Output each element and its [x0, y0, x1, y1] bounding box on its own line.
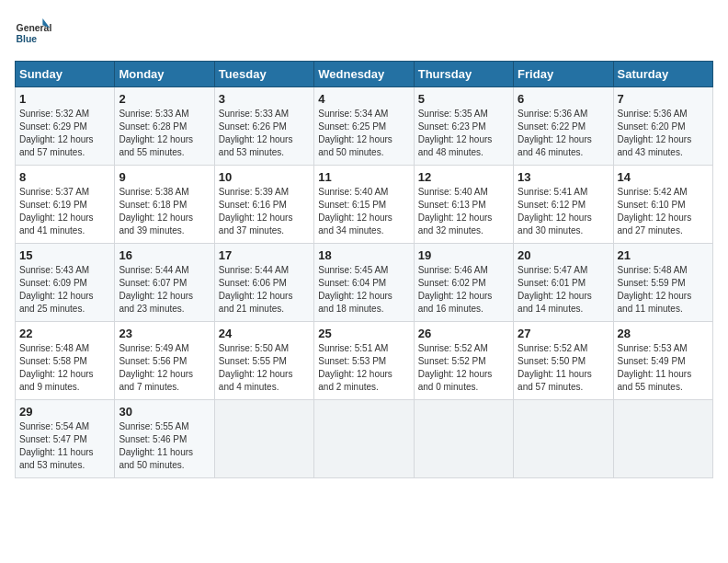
calendar-cell: 12Sunrise: 5:40 AM Sunset: 6:13 PM Dayli…: [414, 166, 513, 244]
calendar-cell: 10Sunrise: 5:39 AM Sunset: 6:16 PM Dayli…: [214, 166, 313, 244]
calendar-cell: 7Sunrise: 5:36 AM Sunset: 6:20 PM Daylig…: [613, 87, 712, 166]
header: General Blue: [15, 15, 713, 52]
calendar-cell: [414, 400, 513, 478]
day-number: 22: [19, 327, 110, 340]
day-number: 18: [318, 248, 409, 262]
day-number: 13: [518, 170, 609, 184]
header-cell-friday: Friday: [514, 62, 613, 87]
calendar-cell: [514, 400, 613, 478]
calendar-cell: 11Sunrise: 5:40 AM Sunset: 6:15 PM Dayli…: [314, 166, 414, 244]
day-number: 12: [418, 170, 509, 184]
day-info: Sunrise: 5:44 AM Sunset: 6:06 PM Dayligh…: [219, 264, 310, 316]
calendar-cell: 20Sunrise: 5:47 AM Sunset: 6:01 PM Dayli…: [514, 244, 613, 322]
day-info: Sunrise: 5:47 AM Sunset: 6:01 PM Dayligh…: [518, 264, 609, 316]
calendar-cell: 15Sunrise: 5:43 AM Sunset: 6:09 PM Dayli…: [16, 244, 115, 322]
day-info: Sunrise: 5:40 AM Sunset: 6:13 PM Dayligh…: [418, 186, 509, 237]
day-info: Sunrise: 5:44 AM Sunset: 6:07 PM Dayligh…: [119, 264, 210, 316]
calendar-body: 1Sunrise: 5:32 AM Sunset: 6:29 PM Daylig…: [16, 87, 713, 478]
calendar-week-2: 8Sunrise: 5:37 AM Sunset: 6:19 PM Daylig…: [16, 166, 713, 244]
calendar-cell: 25Sunrise: 5:51 AM Sunset: 5:53 PM Dayli…: [314, 322, 414, 400]
calendar-cell: 16Sunrise: 5:44 AM Sunset: 6:07 PM Dayli…: [115, 244, 214, 322]
day-number: 10: [219, 170, 310, 184]
day-number: 4: [318, 92, 409, 106]
day-info: Sunrise: 5:35 AM Sunset: 6:23 PM Dayligh…: [418, 108, 509, 159]
day-info: Sunrise: 5:34 AM Sunset: 6:25 PM Dayligh…: [318, 108, 409, 159]
day-number: 14: [618, 170, 709, 184]
calendar-cell: 3Sunrise: 5:33 AM Sunset: 6:26 PM Daylig…: [214, 87, 313, 166]
day-info: Sunrise: 5:53 AM Sunset: 5:49 PM Dayligh…: [618, 342, 709, 394]
day-info: Sunrise: 5:50 AM Sunset: 5:55 PM Dayligh…: [219, 342, 310, 394]
svg-text:Blue: Blue: [17, 34, 38, 44]
day-number: 19: [418, 248, 509, 262]
day-number: 27: [518, 327, 609, 340]
calendar-cell: 2Sunrise: 5:33 AM Sunset: 6:28 PM Daylig…: [115, 87, 214, 166]
header-cell-monday: Monday: [115, 62, 214, 87]
header-cell-saturday: Saturday: [613, 62, 712, 87]
day-info: Sunrise: 5:39 AM Sunset: 6:16 PM Dayligh…: [219, 186, 310, 237]
day-number: 11: [318, 170, 409, 184]
day-number: 28: [618, 327, 709, 340]
day-info: Sunrise: 5:40 AM Sunset: 6:15 PM Dayligh…: [318, 186, 409, 237]
day-number: 8: [19, 170, 110, 184]
calendar-cell: 17Sunrise: 5:44 AM Sunset: 6:06 PM Dayli…: [214, 244, 313, 322]
day-number: 9: [119, 170, 210, 184]
calendar-cell: [613, 400, 712, 478]
day-info: Sunrise: 5:52 AM Sunset: 5:50 PM Dayligh…: [518, 342, 609, 394]
calendar-cell: 29Sunrise: 5:54 AM Sunset: 5:47 PM Dayli…: [16, 400, 115, 478]
day-info: Sunrise: 5:52 AM Sunset: 5:52 PM Dayligh…: [418, 342, 509, 394]
day-number: 26: [418, 327, 509, 340]
calendar-week-4: 22Sunrise: 5:48 AM Sunset: 5:58 PM Dayli…: [16, 322, 713, 400]
calendar-cell: 1Sunrise: 5:32 AM Sunset: 6:29 PM Daylig…: [16, 87, 115, 166]
calendar-cell: 18Sunrise: 5:45 AM Sunset: 6:04 PM Dayli…: [314, 244, 414, 322]
day-info: Sunrise: 5:32 AM Sunset: 6:29 PM Dayligh…: [19, 108, 110, 159]
day-number: 21: [618, 248, 709, 262]
calendar-cell: 22Sunrise: 5:48 AM Sunset: 5:58 PM Dayli…: [16, 322, 115, 400]
day-number: 17: [219, 248, 310, 262]
calendar-cell: 30Sunrise: 5:55 AM Sunset: 5:46 PM Dayli…: [115, 400, 214, 478]
day-info: Sunrise: 5:33 AM Sunset: 6:28 PM Dayligh…: [119, 108, 210, 159]
day-info: Sunrise: 5:51 AM Sunset: 5:53 PM Dayligh…: [318, 342, 409, 394]
day-number: 7: [618, 92, 709, 106]
header-cell-wednesday: Wednesday: [314, 62, 414, 87]
calendar-cell: 23Sunrise: 5:49 AM Sunset: 5:56 PM Dayli…: [115, 322, 214, 400]
calendar-cell: 5Sunrise: 5:35 AM Sunset: 6:23 PM Daylig…: [414, 87, 513, 166]
day-number: 20: [518, 248, 609, 262]
header-cell-thursday: Thursday: [414, 62, 513, 87]
day-info: Sunrise: 5:49 AM Sunset: 5:56 PM Dayligh…: [119, 342, 210, 394]
calendar-cell: 6Sunrise: 5:36 AM Sunset: 6:22 PM Daylig…: [514, 87, 613, 166]
day-info: Sunrise: 5:36 AM Sunset: 6:22 PM Dayligh…: [518, 108, 609, 159]
day-info: Sunrise: 5:41 AM Sunset: 6:12 PM Dayligh…: [518, 186, 609, 237]
day-info: Sunrise: 5:46 AM Sunset: 6:02 PM Dayligh…: [418, 264, 509, 316]
day-info: Sunrise: 5:48 AM Sunset: 5:59 PM Dayligh…: [618, 264, 709, 316]
day-number: 25: [318, 327, 409, 340]
day-info: Sunrise: 5:48 AM Sunset: 5:58 PM Dayligh…: [19, 342, 110, 394]
day-number: 6: [518, 92, 609, 106]
day-number: 16: [119, 248, 210, 262]
day-number: 5: [418, 92, 509, 106]
day-number: 1: [19, 92, 110, 106]
header-cell-sunday: Sunday: [16, 62, 115, 87]
day-info: Sunrise: 5:36 AM Sunset: 6:20 PM Dayligh…: [618, 108, 709, 159]
calendar-cell: 4Sunrise: 5:34 AM Sunset: 6:25 PM Daylig…: [314, 87, 414, 166]
calendar-cell: 9Sunrise: 5:38 AM Sunset: 6:18 PM Daylig…: [115, 166, 214, 244]
calendar-cell: 14Sunrise: 5:42 AM Sunset: 6:10 PM Dayli…: [613, 166, 712, 244]
calendar-week-1: 1Sunrise: 5:32 AM Sunset: 6:29 PM Daylig…: [16, 87, 713, 166]
calendar-cell: 13Sunrise: 5:41 AM Sunset: 6:12 PM Dayli…: [514, 166, 613, 244]
calendar-week-5: 29Sunrise: 5:54 AM Sunset: 5:47 PM Dayli…: [16, 400, 713, 478]
day-number: 23: [119, 327, 210, 340]
day-info: Sunrise: 5:45 AM Sunset: 6:04 PM Dayligh…: [318, 264, 409, 316]
calendar-cell: [314, 400, 414, 478]
day-info: Sunrise: 5:38 AM Sunset: 6:18 PM Dayligh…: [119, 186, 210, 237]
calendar-cell: 24Sunrise: 5:50 AM Sunset: 5:55 PM Dayli…: [214, 322, 313, 400]
day-number: 24: [219, 327, 310, 340]
day-info: Sunrise: 5:43 AM Sunset: 6:09 PM Dayligh…: [19, 264, 110, 316]
day-info: Sunrise: 5:37 AM Sunset: 6:19 PM Dayligh…: [19, 186, 110, 237]
calendar-cell: 8Sunrise: 5:37 AM Sunset: 6:19 PM Daylig…: [16, 166, 115, 244]
day-number: 2: [119, 92, 210, 106]
calendar-cell: 28Sunrise: 5:53 AM Sunset: 5:49 PM Dayli…: [613, 322, 712, 400]
calendar-cell: 26Sunrise: 5:52 AM Sunset: 5:52 PM Dayli…: [414, 322, 513, 400]
calendar-cell: 27Sunrise: 5:52 AM Sunset: 5:50 PM Dayli…: [514, 322, 613, 400]
calendar-cell: [214, 400, 313, 478]
header-cell-tuesday: Tuesday: [214, 62, 313, 87]
day-number: 3: [219, 92, 310, 106]
